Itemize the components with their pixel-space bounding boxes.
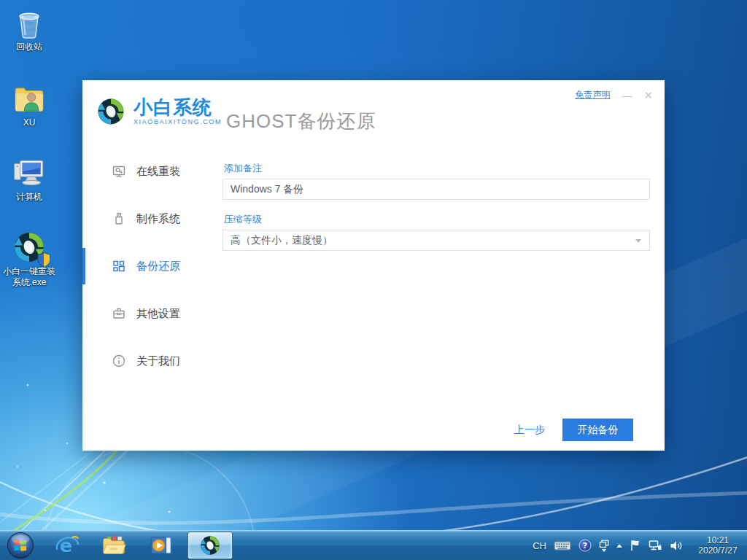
sidebar-item-online-reinstall[interactable]: 在线重装 xyxy=(82,157,221,186)
compress-level-select[interactable]: 高（文件小，速度慢） xyxy=(222,230,650,251)
network-icon[interactable] xyxy=(649,540,662,552)
desktop-icon-label: 计算机 xyxy=(1,192,57,202)
desktop-icon-label: 小白一键重装 xyxy=(1,267,57,276)
desktop-icon-xu-folder[interactable]: XU xyxy=(1,80,57,128)
brand-block: 小白系统 XIAOBAIXITONG.COM xyxy=(133,97,222,125)
desktop-icon-label: 回收站 xyxy=(1,42,57,52)
volume-icon[interactable] xyxy=(670,540,683,551)
system-tray: CH ? xyxy=(533,535,747,556)
monitor-reinstall-icon xyxy=(112,164,126,179)
start-backup-button[interactable]: 开始备份 xyxy=(562,419,633,441)
taskbar: CH ? xyxy=(0,530,747,560)
desktop-icon-computer[interactable]: 计算机 xyxy=(1,155,57,202)
language-bar-restore-icon[interactable] xyxy=(599,540,609,552)
sidebar-item-backup-restore[interactable]: 备份还原 xyxy=(82,252,221,281)
briefcase-icon xyxy=(112,306,126,321)
xiaobai-ghost-backup-window: 免责声明 — ✕ 小白系统 XIAOBAIXITONG.COM GHOST备份还… xyxy=(82,80,665,451)
form-footer: 上一步 开始备份 xyxy=(514,419,633,441)
action-center-flag-icon[interactable] xyxy=(630,539,641,552)
backup-note-input[interactable] xyxy=(222,179,650,200)
recycle-bin-icon xyxy=(12,6,47,41)
sidebar-item-about-us[interactable]: 关于我们 xyxy=(82,346,221,376)
taskbar-xiaobai-button[interactable] xyxy=(187,532,233,559)
sidebar-item-label: 备份还原 xyxy=(136,260,180,273)
sidebar-item-label: 关于我们 xyxy=(136,354,180,368)
grid-blocks-icon xyxy=(112,259,126,273)
computer-icon xyxy=(11,155,47,191)
sidebar-item-make-system[interactable]: 制作系统 xyxy=(82,204,221,233)
chevron-down-icon xyxy=(602,549,606,552)
desktop-icon-recycle-bin[interactable]: 回收站 xyxy=(1,6,57,52)
internet-explorer-icon xyxy=(55,533,80,558)
clock-date: 2020/7/27 xyxy=(693,545,743,556)
clock-time: 10:21 xyxy=(693,535,743,545)
desktop: 回收站 XU 计算机 小白一键重装 系统.exe 免责声明 — ✕ 小白系统 X… xyxy=(0,0,747,560)
chevron-down-icon xyxy=(635,239,641,243)
brand-domain: XIAOBAIXITONG.COM xyxy=(133,118,222,125)
folder-icon xyxy=(101,532,127,559)
ime-indicator[interactable]: CH xyxy=(533,540,546,551)
desktop-icon-label: XU xyxy=(1,118,57,128)
clock[interactable]: 10:21 2020/7/27 xyxy=(693,535,743,556)
usb-drive-icon xyxy=(112,211,126,226)
sidebar-item-label: 在线重装 xyxy=(136,165,180,179)
xiaobai-logo-icon xyxy=(95,96,127,128)
taskbar-ie-button[interactable] xyxy=(53,531,82,560)
sidebar-item-label: 其他设置 xyxy=(136,307,180,321)
taskbar-media-player-button[interactable] xyxy=(146,531,175,560)
keyboard-icon[interactable] xyxy=(554,540,571,551)
backup-form: 添加备注 压缩等级 高（文件小，速度慢） 上一步 开始备份 xyxy=(222,80,650,451)
desktop-icon-label-line2: 系统.exe xyxy=(1,278,57,287)
compress-level-value: 高（文件小，速度慢） xyxy=(231,234,333,247)
desktop-icon-xiaobai-app[interactable]: 小白一键重装 系统.exe xyxy=(1,229,57,287)
xiaobai-logo-icon xyxy=(198,534,222,557)
previous-step-button[interactable]: 上一步 xyxy=(514,424,545,437)
brand-name: 小白系统 xyxy=(133,97,222,117)
windows-orb-icon xyxy=(7,532,34,559)
uac-shield-icon xyxy=(37,252,50,267)
svg-text:?: ? xyxy=(583,541,587,551)
sidebar-item-other-settings[interactable]: 其他设置 xyxy=(82,299,221,328)
info-icon xyxy=(112,354,126,368)
show-hidden-icons-button[interactable] xyxy=(616,544,622,548)
compress-level-label: 压缩等级 xyxy=(224,213,262,226)
help-icon[interactable]: ? xyxy=(578,539,592,552)
taskbar-explorer-button[interactable] xyxy=(99,531,128,560)
user-folder-icon xyxy=(11,80,47,117)
start-button[interactable] xyxy=(6,531,35,560)
sidebar-item-label: 制作系统 xyxy=(136,212,180,226)
sidebar: 在线重装 制作系统 备份还原 xyxy=(82,157,221,394)
note-label: 添加备注 xyxy=(224,162,262,175)
media-player-icon xyxy=(148,533,173,558)
